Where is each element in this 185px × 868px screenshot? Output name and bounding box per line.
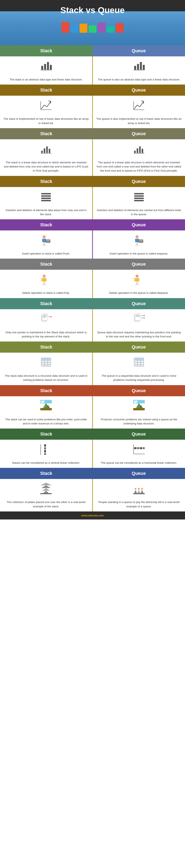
stack-header-7: Stack xyxy=(0,298,92,309)
stack-header-8: Stack xyxy=(0,342,92,353)
block-teal xyxy=(107,26,114,33)
queue-icon-1 xyxy=(133,60,145,75)
trend-up-icon-left xyxy=(40,99,52,111)
svg-point-53 xyxy=(136,275,139,278)
svg-line-58 xyxy=(133,278,135,279)
svg-marker-130 xyxy=(138,490,140,493)
bar-chart-icon-left xyxy=(40,60,52,71)
svg-rect-28 xyxy=(134,193,144,194)
stack-cell-5: Insert operation is stack is called Push… xyxy=(0,230,92,258)
comparison-row-1: The stack is an abstract data type and l… xyxy=(0,56,185,85)
svg-rect-67 xyxy=(43,317,46,318)
col-headers-11: Stack Queue xyxy=(0,468,185,479)
comparison-row-5: Insert operation is stack is called Push… xyxy=(0,230,185,258)
svg-rect-135 xyxy=(133,493,145,494)
stack-text-5: Insert operation is stack is called Push… xyxy=(22,252,70,256)
vertical-bar-icon xyxy=(40,443,52,455)
svg-rect-22 xyxy=(142,149,143,153)
stack-icon-9 xyxy=(40,400,52,415)
stack-text-7: Only one pointer is maintained in the St… xyxy=(3,331,89,339)
svg-rect-101 xyxy=(40,408,52,410)
comparison-row-7: Only one pointer is maintained in the St… xyxy=(0,309,185,342)
queue-text-3: The queue is a linear data structure in … xyxy=(96,160,182,173)
consumer-icon-right xyxy=(133,400,145,411)
comparison-row-10: Stacks can be considered as a vertical l… xyxy=(0,440,185,468)
stack-icon-8 xyxy=(40,356,52,371)
queue-text-4: Insertion and deletion of elements are c… xyxy=(96,208,182,217)
queue-people-icon xyxy=(133,483,145,494)
svg-line-50 xyxy=(44,284,46,285)
svg-point-133 xyxy=(138,488,140,490)
svg-rect-3 xyxy=(50,65,52,69)
svg-rect-47 xyxy=(42,278,46,282)
svg-rect-86 xyxy=(41,358,44,360)
queue-icon-3 xyxy=(133,143,145,158)
svg-marker-79 xyxy=(144,317,145,318)
stack-text-10: Stacks can be considered as a vertical l… xyxy=(12,461,80,465)
svg-marker-131 xyxy=(141,490,144,493)
svg-rect-21 xyxy=(139,147,141,153)
svg-rect-16 xyxy=(46,147,48,153)
svg-rect-25 xyxy=(41,195,51,197)
svg-marker-125 xyxy=(42,488,50,491)
svg-line-45 xyxy=(137,244,139,246)
block-green xyxy=(88,25,97,33)
svg-point-132 xyxy=(135,488,137,490)
svg-marker-69 xyxy=(51,316,52,317)
stack-cell-8: The stack data structure is a recursive … xyxy=(0,353,92,385)
list-icon-right xyxy=(133,191,145,202)
stack-text-9: The stack can be used to solve problems … xyxy=(3,417,89,426)
footer: www.educba.com xyxy=(0,512,185,520)
svg-rect-118 xyxy=(134,447,137,449)
queue-cell-9: Producer consumer problems are solved us… xyxy=(93,396,185,429)
svg-rect-6 xyxy=(137,64,139,70)
stack-text-2: The stack is implemented on top of basic… xyxy=(3,117,89,125)
page-title: Stack vs Queue xyxy=(61,5,125,15)
queue-header-6: Queue xyxy=(92,258,185,270)
svg-rect-26 xyxy=(41,197,51,199)
bar-down-icon-left xyxy=(40,143,52,155)
block-red2 xyxy=(116,23,123,33)
svg-rect-17 xyxy=(49,149,50,153)
svg-rect-73 xyxy=(135,314,140,320)
comparison-row-2: The stack is implemented on top of basic… xyxy=(0,96,185,128)
queue-header-10: Queue xyxy=(92,429,185,440)
svg-rect-88 xyxy=(48,358,50,360)
svg-rect-97 xyxy=(141,358,144,360)
svg-rect-31 xyxy=(134,200,144,201)
stack-text-3: The stack is a linear data structure in … xyxy=(3,160,89,173)
header-image xyxy=(0,11,185,45)
trend-up-icon-right xyxy=(133,99,145,111)
svg-rect-5 xyxy=(134,66,136,70)
svg-line-44 xyxy=(136,244,137,246)
queue-text-2: The queue is also implemented on top of … xyxy=(96,117,182,125)
recursive-icon-left xyxy=(40,356,52,368)
queue-icon-11 xyxy=(133,483,145,498)
svg-rect-33 xyxy=(42,239,46,242)
pointer-icon-left xyxy=(40,313,52,324)
queue-cell-2: The queue is also implemented on top of … xyxy=(93,96,185,128)
bar-chart-icon-right xyxy=(133,60,145,71)
svg-rect-20 xyxy=(137,148,138,153)
stack-header-9: Stack xyxy=(0,385,92,396)
col-headers-10: Stack Queue xyxy=(0,429,185,440)
svg-rect-30 xyxy=(134,197,144,199)
stack-header-6: Stack xyxy=(0,258,92,270)
svg-point-104 xyxy=(43,400,45,402)
queue-icon-4 xyxy=(133,191,145,206)
plates-icon xyxy=(40,483,52,494)
stack-cell-6: Delete operation is stack is called Pop. xyxy=(0,270,92,298)
stack-icon-10 xyxy=(40,443,52,458)
queue-icon-6 xyxy=(133,273,145,288)
stack-header-4: Stack xyxy=(0,176,92,187)
queue-cell-3: The queue is a linear data structure in … xyxy=(93,139,185,176)
queue-text-9: Producer consumer problems are solved us… xyxy=(96,417,182,426)
footer-url: www.educba.com xyxy=(81,514,104,517)
svg-rect-14 xyxy=(41,151,43,153)
queue-text-10: The queue can be considered as a horizon… xyxy=(101,461,177,465)
svg-rect-87 xyxy=(45,358,47,360)
svg-rect-54 xyxy=(135,278,139,282)
queue-icon-7 xyxy=(133,313,145,328)
svg-rect-15 xyxy=(44,148,45,153)
stack-cell-11: The collection of plates placed one over… xyxy=(0,479,92,512)
